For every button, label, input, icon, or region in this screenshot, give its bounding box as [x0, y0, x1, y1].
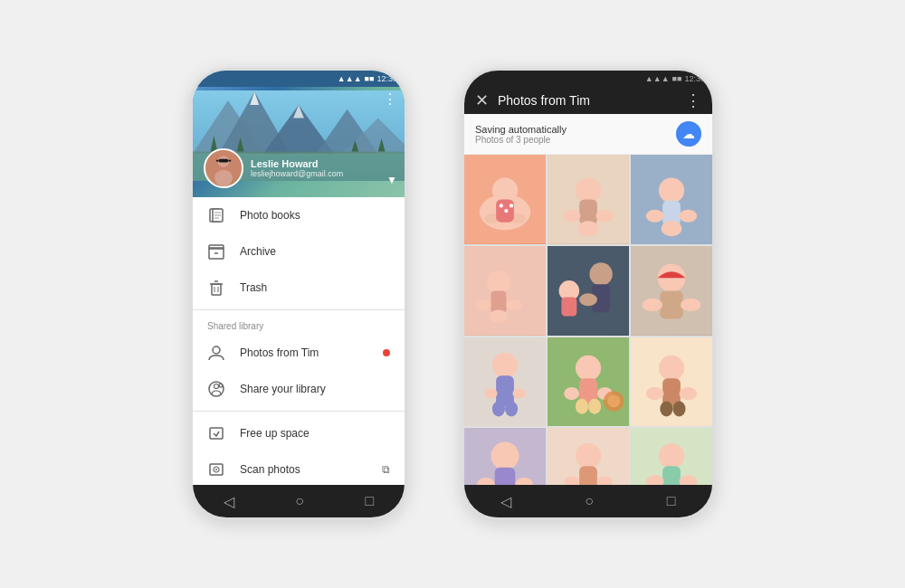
home-button[interactable]: ○	[295, 493, 304, 509]
photo-cell-6[interactable]	[631, 246, 712, 336]
cloud-save-icon: ☁	[676, 121, 701, 147]
trash-label: Trash	[240, 281, 267, 294]
user-name: Leslie Howard	[251, 158, 343, 169]
svg-point-60	[679, 210, 697, 223]
photo-books-label: Photo books	[240, 209, 300, 222]
drawer-menu: Photo books Archive	[193, 197, 405, 517]
photo-cell-3[interactable]	[631, 155, 712, 244]
svg-point-48	[504, 209, 508, 213]
svg-point-34	[214, 384, 219, 389]
svg-point-103	[491, 442, 519, 470]
saving-bar: Saving automatically Photos of 3 people …	[464, 114, 712, 155]
svg-point-83	[512, 388, 525, 398]
svg-point-91	[576, 398, 588, 413]
external-link-icon: ⧉	[382, 463, 390, 476]
notification-dot	[383, 349, 390, 356]
svg-point-53	[563, 210, 581, 223]
svg-point-78	[681, 299, 701, 311]
svg-rect-16	[228, 160, 231, 162]
svg-rect-17	[216, 160, 219, 162]
menu-item-trash[interactable]: Trash	[193, 270, 405, 306]
svg-point-89	[564, 387, 579, 400]
svg-rect-27	[212, 284, 221, 295]
right-back-button[interactable]: ◁	[500, 493, 511, 510]
svg-point-55	[578, 221, 599, 236]
recent-button[interactable]: □	[366, 493, 375, 509]
photos-from-tim-label: Photos from Tim	[240, 346, 319, 359]
left-phone: ▲▲▲ ■■ 12:30	[190, 68, 407, 520]
saving-text-block: Saving automatically Photos of 3 people	[475, 124, 567, 145]
svg-rect-25	[209, 245, 224, 249]
svg-point-47	[500, 204, 503, 207]
person-icon	[207, 344, 225, 362]
back-button[interactable]: ◁	[224, 493, 234, 510]
screen-title: Photos from Tim	[498, 93, 676, 108]
right-status-bar: ▲▲▲ ■■ 12:30	[464, 71, 712, 87]
svg-point-117	[659, 443, 684, 469]
photo-cell-8[interactable]	[548, 337, 629, 427]
time-display: 12:30	[376, 74, 397, 83]
svg-point-40	[215, 469, 217, 470]
share-library-label: Share your library	[240, 383, 326, 395]
archive-label: Archive	[240, 245, 276, 258]
photo-cell-9[interactable]	[631, 337, 712, 427]
svg-point-77	[643, 299, 663, 311]
menu-item-scan-photos[interactable]: Scan photos ⧉	[193, 451, 405, 488]
svg-point-101	[672, 401, 685, 416]
right-battery-icon: ■■	[672, 74, 682, 83]
archive-icon	[207, 242, 225, 261]
right-app-header: ✕ Photos from Tim ⋮	[464, 87, 712, 114]
svg-point-82	[484, 388, 497, 398]
svg-point-92	[588, 398, 601, 413]
svg-point-99	[679, 387, 697, 400]
svg-point-66	[506, 299, 521, 309]
user-email: lesliejhoward@gmail.com	[251, 169, 343, 178]
header-more-button[interactable]: ⋮	[383, 90, 397, 108]
photo-cell-7[interactable]	[464, 337, 546, 427]
svg-point-63	[487, 270, 510, 293]
account-chevron[interactable]: ▼	[386, 174, 397, 186]
svg-point-59	[646, 210, 664, 223]
svg-rect-72	[561, 297, 576, 316]
svg-point-96	[659, 355, 684, 380]
right-screen: ▲▲▲ ■■ 12:30 ✕ Photos from Tim ⋮ Saving …	[464, 71, 712, 517]
right-home-button[interactable]: ○	[585, 493, 594, 509]
menu-item-photo-books[interactable]: Photo books	[193, 197, 405, 233]
svg-point-84	[492, 401, 505, 416]
photo-cell-2[interactable]	[548, 155, 629, 244]
photo-books-icon	[207, 206, 225, 224]
saving-sub-text: Photos of 3 people	[475, 135, 567, 145]
left-screen: ▲▲▲ ■■ 12:30	[193, 71, 405, 517]
menu-item-free-space[interactable]: Free up space	[193, 415, 405, 451]
svg-point-69	[589, 262, 612, 285]
menu-item-archive[interactable]: Archive	[193, 233, 405, 270]
left-status-bar: ▲▲▲ ■■ 12:30	[193, 71, 405, 87]
svg-point-98	[646, 387, 664, 400]
right-signal-icon: ▲▲▲	[645, 74, 670, 83]
menu-item-photos-from-tim[interactable]: Photos from Tim	[193, 335, 405, 371]
svg-point-94	[607, 394, 620, 407]
svg-point-80	[492, 352, 518, 377]
photo-cell-1[interactable]	[464, 155, 546, 244]
avatar-image	[205, 148, 242, 186]
user-info-section: Leslie Howard lesliejhoward@gmail.com	[204, 148, 343, 188]
menu-item-share-library[interactable]: Share your library	[193, 371, 405, 407]
left-nav-bar: ◁ ○ □	[193, 485, 405, 517]
right-recent-button[interactable]: □	[667, 493, 676, 509]
more-options-button[interactable]: ⋮	[685, 90, 701, 110]
shared-library-section-label: Shared library	[193, 314, 405, 335]
user-text-block: Leslie Howard lesliejhoward@gmail.com	[251, 158, 343, 178]
svg-point-49	[510, 204, 513, 207]
close-button[interactable]: ✕	[475, 90, 489, 110]
free-space-label: Free up space	[240, 427, 310, 440]
svg-point-100	[660, 401, 672, 416]
photo-grid	[464, 155, 712, 517]
user-avatar	[204, 148, 243, 188]
scan-photos-label: Scan photos	[240, 463, 300, 476]
svg-point-18	[214, 170, 233, 186]
svg-point-67	[490, 309, 508, 322]
photo-cell-4[interactable]	[464, 246, 546, 336]
photo-cell-5[interactable]	[548, 246, 629, 336]
scan-icon	[207, 460, 225, 479]
svg-point-110	[576, 443, 601, 469]
